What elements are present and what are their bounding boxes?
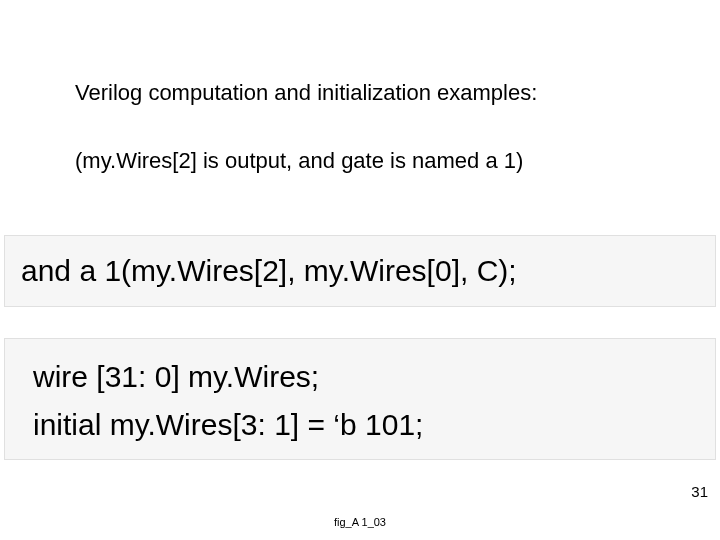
code-block-1: and a 1(my.Wires[2], my.Wires[0], C); (4, 235, 716, 307)
code-block-2: wire [31: 0] my.Wires; initial my.Wires[… (4, 338, 716, 460)
subheading-line: (my.Wires[2] is output, and gate is name… (75, 148, 523, 174)
code-line: initial my.Wires[3: 1] = ‘b 101; (33, 401, 715, 449)
code-line: and a 1(my.Wires[2], my.Wires[0], C); (21, 247, 517, 295)
code-line: wire [31: 0] my.Wires; (33, 353, 715, 401)
footer-label: fig_A 1_03 (0, 516, 720, 528)
page-number: 31 (691, 483, 708, 500)
heading-line: Verilog computation and initialization e… (75, 80, 537, 106)
slide-body: Verilog computation and initialization e… (0, 0, 720, 540)
